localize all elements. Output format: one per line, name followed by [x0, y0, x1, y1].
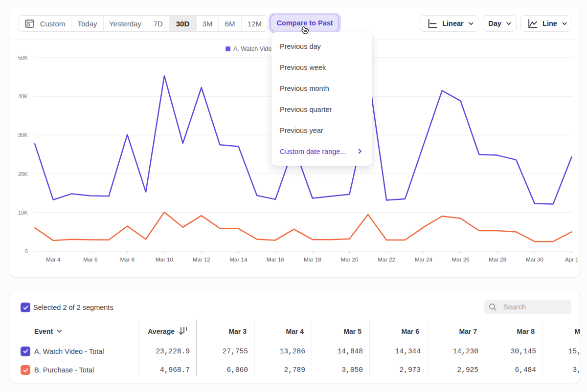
svg-text:Mar 30: Mar 30	[526, 257, 543, 262]
svg-text:Mar 24: Mar 24	[415, 257, 432, 262]
svg-text:30K: 30K	[18, 132, 28, 138]
svg-text:Mar 28: Mar 28	[489, 257, 506, 262]
svg-text:Mar 18: Mar 18	[304, 257, 321, 262]
svg-text:10K: 10K	[18, 210, 28, 216]
svg-text:Apr 1: Apr 1	[565, 257, 579, 262]
svg-text:Mar 10: Mar 10	[156, 257, 173, 262]
svg-text:0: 0	[24, 248, 27, 254]
svg-text:Mar 4: Mar 4	[46, 257, 61, 262]
svg-text:Mar 22: Mar 22	[378, 257, 395, 262]
svg-text:40K: 40K	[18, 93, 28, 99]
svg-text:Mar 26: Mar 26	[452, 257, 470, 262]
svg-text:Mar 8: Mar 8	[120, 257, 134, 262]
svg-text:Mar 14: Mar 14	[230, 257, 248, 262]
svg-text:Mar 6: Mar 6	[83, 257, 97, 262]
svg-text:20K: 20K	[18, 171, 28, 177]
svg-text:Mar 20: Mar 20	[341, 257, 359, 262]
svg-text:Mar 16: Mar 16	[267, 257, 284, 262]
svg-text:Mar 12: Mar 12	[193, 257, 210, 262]
svg-text:50K: 50K	[18, 55, 28, 61]
